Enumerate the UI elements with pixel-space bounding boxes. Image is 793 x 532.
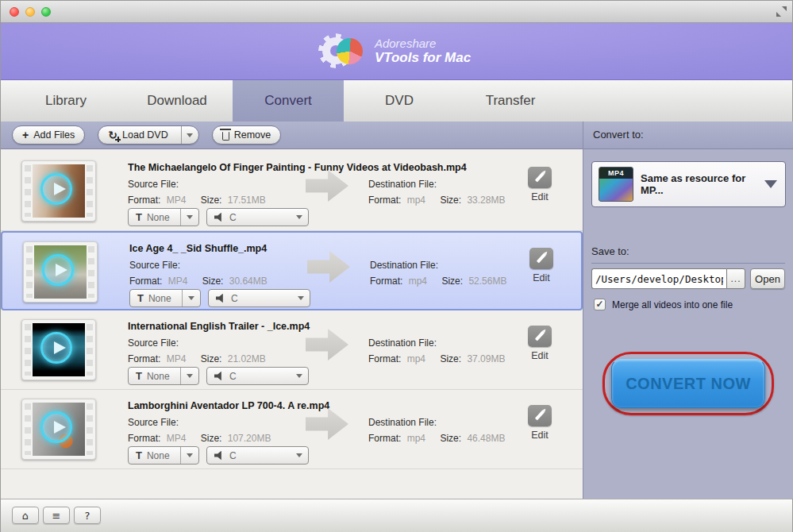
source-file-label: Source File: bbox=[128, 337, 179, 349]
subtitle-dropdown-arrow[interactable] bbox=[180, 209, 198, 226]
source-file-label: Source File: bbox=[128, 417, 179, 428]
merge-label: Merge all videos into one file bbox=[612, 299, 733, 310]
subtitle-value: None bbox=[147, 212, 180, 223]
add-files-button[interactable]: + Add Files bbox=[12, 125, 85, 145]
audio-dropdown-arrow[interactable] bbox=[290, 447, 308, 464]
audio-dropdown-arrow[interactable] bbox=[290, 209, 308, 226]
tab-transfer[interactable]: Transfer bbox=[455, 80, 566, 121]
help-icon: ? bbox=[85, 510, 90, 522]
dest-size-value: 37.09MB bbox=[467, 353, 505, 364]
file-row[interactable]: Ice Age 4_ _Sid Shuffle_.mp4 Source File… bbox=[1, 231, 583, 310]
video-thumbnail[interactable] bbox=[21, 160, 96, 222]
dest-size-value: 46.48MB bbox=[467, 433, 505, 444]
brand-name: Adoreshare bbox=[375, 37, 471, 50]
subtitle-dropdown-arrow[interactable] bbox=[180, 368, 198, 384]
close-button[interactable] bbox=[10, 7, 19, 17]
minimize-button[interactable] bbox=[25, 7, 35, 17]
dest-size-value: 33.28MB bbox=[467, 195, 505, 206]
save-to-label: Save to: bbox=[591, 245, 785, 264]
audio-dropdown[interactable]: C bbox=[208, 289, 310, 307]
edit-button[interactable]: Edit bbox=[522, 326, 558, 361]
speaker-icon bbox=[214, 213, 225, 222]
edit-button[interactable]: Edit bbox=[523, 248, 560, 283]
edit-label: Edit bbox=[522, 191, 558, 202]
audio-dropdown[interactable]: C bbox=[206, 367, 309, 385]
play-icon[interactable] bbox=[40, 411, 72, 443]
remove-button[interactable]: Remove bbox=[212, 125, 282, 145]
play-icon[interactable] bbox=[40, 332, 72, 364]
source-meta: Format: MP4 Size: 17.51MB bbox=[128, 195, 266, 206]
file-list: The Michaelangelo Of Finger Painting - F… bbox=[1, 149, 583, 499]
convert-direction-arrow-icon bbox=[306, 329, 348, 360]
home-button[interactable]: ⌂ bbox=[12, 507, 39, 524]
mp4-format-icon: MP4 bbox=[599, 167, 633, 202]
audio-dropdown-arrow[interactable] bbox=[291, 290, 310, 306]
app-header: Adoreshare VTools for Mac bbox=[1, 23, 792, 80]
subtitle-dropdown-arrow[interactable] bbox=[182, 290, 200, 306]
edit-button[interactable]: Edit bbox=[522, 167, 558, 202]
convert-direction-arrow-icon bbox=[306, 408, 348, 440]
subtitle-value: None bbox=[148, 293, 182, 304]
source-file-label: Source File: bbox=[129, 260, 180, 271]
tab-library[interactable]: Library bbox=[10, 80, 121, 121]
file-row[interactable]: International English Trailer - _Ice.mp4… bbox=[1, 310, 583, 390]
load-dvd-icon: ↻ bbox=[108, 129, 117, 141]
destination-meta: Format: mp4 Size: 52.56MB bbox=[370, 276, 506, 287]
play-icon[interactable] bbox=[40, 173, 72, 205]
destination-meta: Format: mp4 Size: 37.09MB bbox=[368, 353, 505, 364]
open-button[interactable]: Open bbox=[750, 268, 785, 289]
merge-checkbox[interactable]: ✓ bbox=[594, 299, 606, 310]
edit-pencil-icon bbox=[529, 248, 553, 269]
subtitle-dropdown[interactable]: T None bbox=[129, 289, 201, 307]
source-format-value: MP4 bbox=[167, 195, 187, 206]
fullscreen-icon[interactable] bbox=[776, 6, 787, 17]
zoom-button[interactable] bbox=[41, 7, 51, 17]
output-format-dropdown[interactable]: MP4 Same as resource for MP... bbox=[591, 161, 786, 207]
subtitle-dropdown[interactable]: T None bbox=[128, 367, 199, 385]
destination-meta: Format: mp4 Size: 46.48MB bbox=[368, 433, 505, 444]
dest-format-value: mp4 bbox=[407, 195, 425, 206]
preset-label: Same as resource for MP... bbox=[641, 172, 757, 196]
convert-direction-arrow-icon bbox=[307, 251, 350, 283]
audio-dropdown-arrow[interactable] bbox=[290, 368, 308, 384]
source-format-value: MP4 bbox=[167, 353, 187, 364]
mp4-badge: MP4 bbox=[599, 168, 633, 179]
convert-panel: Convert to: MP4 Same as resource for MP.… bbox=[583, 121, 793, 499]
source-size-value: 30.64MB bbox=[229, 276, 268, 287]
tab-dvd[interactable]: DVD bbox=[344, 80, 455, 121]
audio-dropdown[interactable]: C bbox=[206, 208, 309, 226]
edit-button[interactable]: Edit bbox=[522, 405, 558, 441]
size-label: Size: bbox=[201, 433, 222, 444]
subtitle-dropdown[interactable]: T None bbox=[128, 208, 199, 226]
convert-now-button[interactable]: CONVERT NOW bbox=[611, 359, 765, 408]
dest-format-value: mp4 bbox=[407, 353, 425, 364]
convert-direction-arrow-icon bbox=[306, 170, 348, 202]
dest-format-value: mp4 bbox=[409, 276, 427, 287]
menu-button[interactable]: ≡ bbox=[43, 507, 70, 524]
save-path-input[interactable] bbox=[591, 268, 726, 289]
subtitle-dropdown[interactable]: T None bbox=[128, 446, 199, 465]
video-thumbnail[interactable] bbox=[21, 399, 96, 460]
subtitle-dropdown-arrow[interactable] bbox=[180, 447, 198, 464]
red-annotation-circle: CONVERT NOW bbox=[602, 352, 774, 415]
destination-file-label: Destination File: bbox=[368, 179, 437, 190]
help-button[interactable]: ? bbox=[74, 507, 101, 524]
load-dvd-button[interactable]: ↻ Load DVD bbox=[98, 126, 175, 144]
dest-format-value: mp4 bbox=[407, 433, 425, 444]
browse-button[interactable]: ... bbox=[726, 268, 745, 289]
merge-option-row: ✓ Merge all videos into one file bbox=[594, 299, 733, 310]
source-meta: Format: MP4 Size: 30.64MB bbox=[129, 276, 268, 287]
tab-download[interactable]: Download bbox=[121, 80, 233, 121]
file-row[interactable]: Lamborghini Aventador LP 700-4. A re.mp4… bbox=[1, 390, 583, 469]
file-row[interactable]: The Michaelangelo Of Finger Painting - F… bbox=[1, 152, 583, 231]
tab-convert[interactable]: Convert bbox=[233, 80, 344, 121]
audio-dropdown[interactable]: C bbox=[206, 446, 309, 465]
format-label: Format: bbox=[368, 353, 401, 364]
format-label: Format: bbox=[129, 276, 162, 287]
video-thumbnail[interactable] bbox=[21, 319, 96, 380]
app-logo-icon bbox=[322, 33, 364, 70]
file-title: International English Trailer - _Ice.mp4 bbox=[128, 321, 537, 332]
play-icon[interactable] bbox=[42, 254, 74, 286]
load-dvd-dropdown-arrow[interactable] bbox=[181, 126, 198, 144]
video-thumbnail[interactable] bbox=[23, 241, 98, 303]
